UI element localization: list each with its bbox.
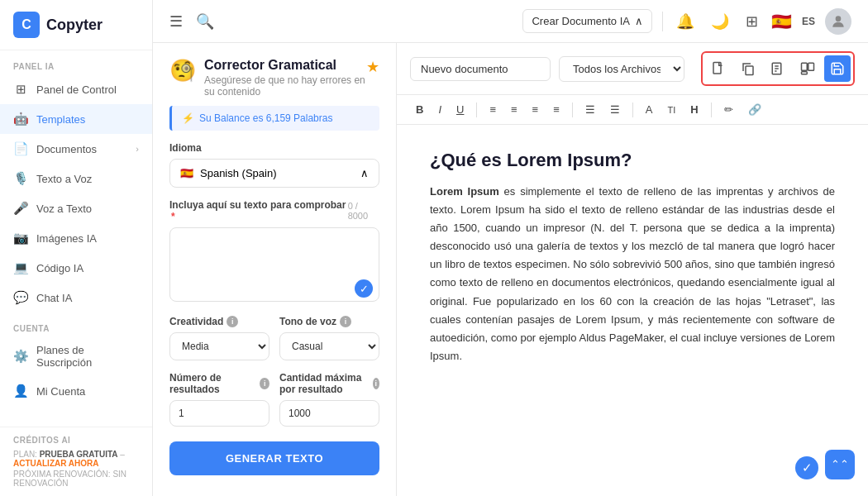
italic-btn[interactable]: I <box>432 100 447 119</box>
panels: 🧐 Corrector Gramatical Asegúrese de que … <box>153 43 868 496</box>
svg-point-0 <box>836 16 842 21</box>
action-save-btn[interactable] <box>824 55 851 82</box>
language-select[interactable]: 🇪🇸 Spanish (Spain) ∧ <box>169 159 379 188</box>
results-input[interactable] <box>169 400 269 427</box>
font-color-btn[interactable]: A <box>640 100 659 119</box>
tool-panel: 🧐 Corrector Gramatical Asegúrese de que … <box>153 43 397 496</box>
align-left-btn[interactable]: ≡ <box>484 100 502 119</box>
language-flag: 🇪🇸 <box>771 12 792 31</box>
plan-info: PLAN: PRUEBA GRATUITA – ACTUALIZAR AHORA <box>13 450 139 468</box>
texto-voz-icon: 🎙️ <box>13 171 28 186</box>
codigo-icon: 💻 <box>13 260 28 275</box>
editor-check-icon[interactable]: ✓ <box>795 456 818 479</box>
sidebar-item-label: Voz a Texto <box>36 203 139 215</box>
ordered-list-btn[interactable]: ☰ <box>579 100 601 119</box>
format-toolbar: B I U ≡ ≡ ≡ ≡ ☰ ☰ A TI H ✏ 🔗 <box>397 95 868 125</box>
creativity-info-icon[interactable]: i <box>227 316 238 327</box>
chevron-up-icon: ∧ <box>635 15 643 27</box>
heading-btn[interactable]: H <box>684 100 703 119</box>
sidebar-item-planes[interactable]: ⚙️ Planes de Suscripción <box>0 336 152 376</box>
notifications-icon[interactable]: 🔔 <box>673 9 698 34</box>
align-center-btn[interactable]: ≡ <box>505 100 523 119</box>
sidebar-item-label: Mi Cuenta <box>36 385 139 398</box>
update-plan-link[interactable]: ACTUALIZAR AHORA <box>13 459 99 468</box>
cuenta-section-label: CUENTA <box>0 312 152 336</box>
underline-btn[interactable]: U <box>451 100 470 119</box>
textarea-label-text: Incluya aquí su texto para comprobar * <box>169 199 348 222</box>
tone-select[interactable]: Formal Casual Amigable <box>279 332 379 360</box>
content-title: ¿Qué es Lorem Ipsum? <box>430 150 835 171</box>
results-info-icon[interactable]: i <box>260 378 269 389</box>
sidebar-item-chat[interactable]: 💬 Chat IA <box>0 283 152 312</box>
language-label: Idioma <box>169 142 379 154</box>
align-justify-btn[interactable]: ≡ <box>547 100 565 119</box>
sidebar-item-templates[interactable]: 🤖 Templates <box>0 104 152 134</box>
sidebar-item-mi-cuenta[interactable]: 👤 Mi Cuenta <box>0 376 152 406</box>
sidebar-item-voz-texto[interactable]: 🎤 Voz a Texto <box>0 193 152 223</box>
scroll-top-btn[interactable]: ⌃⌃ <box>825 450 855 479</box>
editor-action-buttons <box>701 51 855 86</box>
lang-flag: 🇪🇸 <box>180 167 193 179</box>
creativity-label: Creatividad <box>169 316 223 327</box>
max-input[interactable] <box>279 400 379 427</box>
char-count: 0 / 8000 <box>348 201 379 221</box>
mi-cuenta-icon: 👤 <box>13 384 28 398</box>
app-name: Copyter <box>46 17 103 34</box>
max-col: Cantidad máxima por resultado i <box>279 372 379 427</box>
creativity-select[interactable]: Baja Media Alta <box>169 332 269 360</box>
logo-area[interactable]: C Copyter <box>0 0 152 50</box>
sidebar-item-imagenes[interactable]: 📷 Imágenes IA <box>0 223 152 253</box>
sidebar-item-codigo[interactable]: 💻 Código IA <box>0 253 152 283</box>
pencil-btn[interactable]: ✏ <box>718 100 739 119</box>
generate-button[interactable]: GENERAR TEXTO <box>169 441 379 475</box>
required-mark: * <box>171 211 175 222</box>
language-code[interactable]: ES <box>802 16 815 27</box>
tool-title: Corrector Gramatical <box>204 58 366 73</box>
max-info-icon[interactable]: i <box>373 378 379 389</box>
action-new-doc-btn[interactable] <box>705 55 732 82</box>
editor-content: ¿Qué es Lorem Ipsum? Lorem Ipsum es simp… <box>397 125 868 496</box>
layout-icon[interactable]: ⊞ <box>742 9 761 34</box>
results-row: Número de resultados i Cantidad máxima p… <box>169 372 379 427</box>
link-btn[interactable]: 🔗 <box>742 100 767 119</box>
favorite-star-icon[interactable]: ★ <box>366 58 379 76</box>
document-name-input[interactable] <box>410 57 551 81</box>
tool-emoji: 🧐 <box>169 58 196 83</box>
text-size-btn[interactable]: TI <box>661 102 681 118</box>
action-edit-btn[interactable] <box>765 55 791 82</box>
editor-panel: Todos los Archivos <box>397 43 868 496</box>
tone-info-icon[interactable]: i <box>340 316 351 327</box>
create-document-btn[interactable]: Crear Documento IA ∧ <box>522 9 652 33</box>
moon-icon[interactable]: 🌙 <box>708 9 732 34</box>
tone-label: Tono de voz <box>279 316 336 327</box>
textarea-check-icon: ✓ <box>355 279 373 298</box>
fmt-separator-3 <box>632 103 633 117</box>
sidebar-item-label: Código IA <box>36 262 139 274</box>
unordered-list-btn[interactable]: ☰ <box>604 100 626 119</box>
menu-icon[interactable]: ☰ <box>169 12 183 31</box>
svg-rect-7 <box>802 63 808 70</box>
user-avatar[interactable] <box>825 8 851 35</box>
sidebar-item-documentos[interactable]: 📄 Documentos › <box>0 134 152 164</box>
text-input[interactable] <box>169 227 379 302</box>
bolt-icon: ⚡ <box>182 112 194 124</box>
sidebar-item-panel-control[interactable]: ⊞ Panel de Control <box>0 74 152 104</box>
search-icon[interactable]: 🔍 <box>196 12 214 31</box>
balance-badge: ⚡ Su Balance es 6,159 Palabras <box>169 106 379 131</box>
fmt-separator-1 <box>476 103 477 117</box>
action-copy-btn[interactable] <box>735 55 761 82</box>
topbar: ☰ 🔍 Crear Documento IA ∧ 🔔 🌙 ⊞ 🇪🇸 ES <box>153 0 868 43</box>
renovation-label: PRÓXIMA RENOVACIÓN: SIN RENOVACIÓN <box>13 470 139 488</box>
planes-icon: ⚙️ <box>13 349 28 364</box>
creativity-tone-row: Creatividad i Baja Media Alta Tono de vo… <box>169 316 379 360</box>
action-pages-btn[interactable] <box>794 55 821 82</box>
align-right-btn[interactable]: ≡ <box>527 100 545 119</box>
svg-rect-8 <box>808 63 814 70</box>
file-select[interactable]: Todos los Archivos <box>559 56 684 82</box>
sidebar-item-label: Imágenes IA <box>36 232 139 245</box>
lang-value: Spanish (Spain) <box>200 167 277 179</box>
documentos-icon: 📄 <box>13 141 28 156</box>
balance-text: Su Balance es 6,159 Palabras <box>199 112 332 124</box>
bold-btn[interactable]: B <box>410 100 429 119</box>
sidebar-item-texto-voz[interactable]: 🎙️ Texto a Voz <box>0 164 152 193</box>
